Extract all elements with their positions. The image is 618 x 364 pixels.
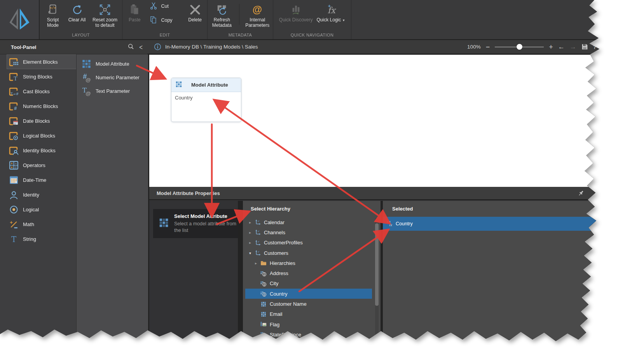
sidebar-item-date-time[interactable]: Date-Time [0, 172, 76, 187]
tree-item-country[interactable]: Country [245, 289, 372, 299]
cut-button[interactable]: Cut [149, 2, 172, 11]
paste-button[interactable]: Paste [123, 0, 146, 33]
tree-item-channels[interactable]: ▸Channels [245, 227, 372, 237]
tree-item-flag[interactable]: Flag [245, 319, 372, 329]
collapse-panel-icon[interactable]: < [139, 43, 143, 51]
sidebar-item-numeric-blocks[interactable]: #Numeric Blocks [0, 99, 76, 113]
select-model-attribute-item[interactable]: Select Model Attribute Select a model at… [153, 209, 238, 238]
tree-item-customer-name[interactable]: Customer Name [245, 299, 372, 309]
zoom-slider[interactable] [495, 44, 544, 50]
tool-panel-header: Tool-Panel < [0, 40, 147, 54]
help-icon[interactable]: ? [593, 44, 597, 50]
design-canvas[interactable]: Model Attribute Country [149, 55, 618, 187]
flyout-item-model-attribute[interactable]: Model Attribute [77, 57, 148, 71]
model-attribute-block-header: Model Attribute [171, 78, 241, 92]
hierarchy-icon [255, 229, 261, 235]
svg-text:×: × [11, 165, 13, 169]
sidebar-item-string[interactable]: TString [0, 232, 76, 246]
save-icon[interactable] [581, 44, 588, 50]
tree-item-customerprofiles[interactable]: ▸CustomerProfiles [245, 238, 372, 248]
expander-collapsed-icon[interactable]: ▸ [249, 240, 255, 245]
search-icon[interactable] [127, 43, 134, 51]
clear-all-button[interactable]: Clear All [65, 0, 89, 33]
svg-text:−: − [15, 161, 17, 165]
model-attribute-block[interactable]: Model Attribute Country [171, 78, 241, 122]
select-hierarchy-panel: Select Hierarchy ▸Calendar▸Channels▸Cust… [243, 201, 381, 364]
expand-panel-icon[interactable]: > [601, 42, 605, 52]
clear-all-icon [71, 2, 83, 17]
tree-item-city[interactable]: City [245, 279, 372, 289]
tool-panel-sidebar: Element BlocksTString BlocksT→#Cast Bloc… [0, 54, 76, 364]
hierarchy-tree: ▸Calendar▸Channels▸CustomerProfiles▾Cust… [243, 217, 372, 364]
sidebar-item-date-blocks[interactable]: Date Blocks [0, 113, 76, 128]
sidebar-item-label: Identity [23, 192, 39, 198]
quick-logic-button[interactable]: +fxQuick Logic▼ [315, 0, 347, 33]
zoom-out-icon[interactable]: − [486, 44, 490, 51]
flyout-item-numeric-parameter[interactable]: #@Numeric Parameter [77, 71, 148, 84]
reset-zoom-to-default-button[interactable]: Reset zoom to default [89, 0, 120, 33]
string-blocks-icon: T [9, 72, 19, 82]
sidebar-item-logical[interactable]: Logical [0, 202, 76, 217]
tree-item-label: Flag [270, 322, 279, 327]
sidebar-item-cast-blocks[interactable]: T→#Cast Blocks [0, 84, 76, 99]
refresh-metadata-button[interactable]: Refresh Metadata [209, 0, 235, 33]
svg-text:fx: fx [328, 5, 337, 15]
sidebar-item-identity[interactable]: Identity [0, 187, 76, 202]
tree-item-email[interactable]: Email [245, 309, 372, 319]
attribute-icon [260, 311, 267, 317]
quick-discovery-icon [290, 2, 302, 17]
svg-text:T: T [11, 235, 16, 244]
sidebar-item-label: String [23, 236, 36, 242]
expander-collapsed-icon[interactable]: ▸ [249, 230, 255, 235]
tree-item-label: Customer Name [270, 301, 307, 307]
flyout-item-text-parameter[interactable]: T@Text Parameter [77, 84, 148, 98]
flyout-item-label: Numeric Parameter [96, 75, 140, 80]
selected-title: Selected [383, 201, 618, 212]
tree-item-hierarchies[interactable]: ▸Hierarchies [245, 258, 372, 268]
hierarchy-icon [255, 240, 261, 246]
paste-icon [128, 2, 141, 17]
sidebar-item-logical-blocks[interactable]: Logical Blocks [0, 128, 76, 143]
string-icon: T [9, 234, 19, 244]
internal-parameters-button[interactable]: @Internal Parameters [243, 0, 271, 33]
button-label: Clear All [68, 17, 86, 23]
main-area: Model Attribute Country Model Attribute … [149, 54, 618, 364]
quick-logic-icon: +fx [325, 2, 337, 17]
delete-button[interactable]: Delete [183, 0, 207, 33]
sidebar-item-operators[interactable]: +−×=Operators [0, 158, 76, 172]
sidebar-item-math[interactable]: +Math [0, 217, 76, 232]
expander-expanded-icon[interactable]: ▾ [249, 251, 255, 255]
app-logo[interactable] [0, 0, 40, 39]
script-mode-button[interactable]: </>Script Mode [41, 0, 65, 33]
info-icon[interactable] [154, 43, 161, 51]
sidebar-item-label: Numeric Blocks [23, 103, 58, 109]
sidebar-item-identity-blocks[interactable]: Identity Blocks [0, 143, 76, 158]
chevron-up-icon[interactable] [592, 222, 599, 226]
toolbar-group-quick-navigation: Quick Discovery+fxQuick Logic▼QUICK NAVI… [273, 0, 351, 39]
zoom-in-icon[interactable]: + [549, 44, 553, 51]
zoom-slider-thumb[interactable] [517, 44, 522, 50]
sidebar-item-label: Date-Time [23, 177, 46, 183]
selected-item-country[interactable]: fx Country [383, 217, 618, 231]
ribbon-toolbar: </>Script ModeClear AllReset zoom to def… [0, 0, 618, 40]
expander-collapsed-icon[interactable]: ▸ [249, 220, 255, 225]
numeric-parameter-icon: #@ [82, 73, 91, 82]
expander-collapsed-icon[interactable]: ▸ [255, 261, 260, 265]
sidebar-item-string-blocks[interactable]: TString Blocks [0, 69, 76, 84]
tree-item-label: Customers [264, 250, 288, 256]
tree-item-calendar[interactable]: ▸Calendar [245, 217, 372, 227]
sidebar-item-label: String Blocks [23, 74, 52, 80]
image-attribute-icon [260, 321, 267, 327]
tree-item-customers[interactable]: ▾Customers [245, 248, 372, 258]
tree-item-stateprovince[interactable]: StateProvince [245, 329, 372, 340]
pin-icon[interactable] [578, 190, 585, 197]
copy-button[interactable]: Copy [149, 16, 172, 25]
svg-text:@: @ [253, 4, 262, 15]
toolbar-button-stack: CutCopy [147, 0, 175, 33]
scrollbar-thumb[interactable] [375, 223, 379, 306]
sidebar-item-element-blocks[interactable]: Element Blocks [7, 54, 76, 69]
quick-discovery-button[interactable]: Quick Discovery [278, 0, 314, 33]
sidebar-item-label: Element Blocks [23, 59, 58, 65]
undo-icon[interactable]: ← [558, 43, 565, 51]
tree-item-address[interactable]: Address [245, 268, 372, 278]
